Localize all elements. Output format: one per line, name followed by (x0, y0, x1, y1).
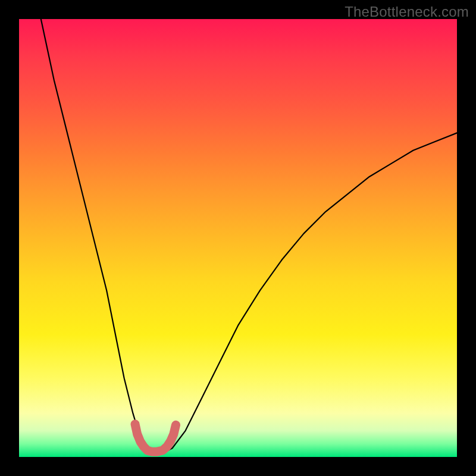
trough-marker-path (135, 424, 176, 452)
curve-path (41, 19, 457, 453)
chart-stage: TheBottleneck.com (0, 0, 476, 476)
curve-layer (19, 19, 457, 457)
plot-area (19, 19, 457, 457)
watermark-text: TheBottleneck.com (345, 4, 469, 20)
